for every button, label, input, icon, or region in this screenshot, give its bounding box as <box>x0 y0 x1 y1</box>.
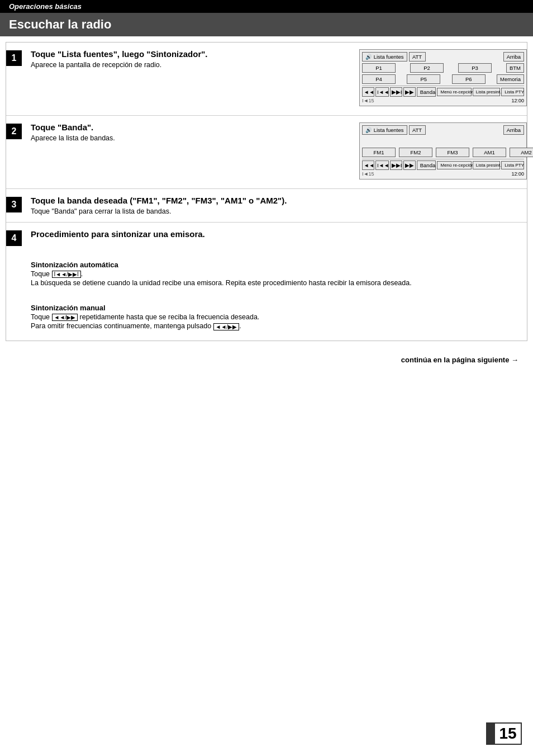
page-wrapper: Operaciones básicas Escuchar la radio 1 … <box>0 0 533 756</box>
page-number-display: 15 <box>494 722 522 745</box>
step-2-badge: 2 <box>6 124 22 139</box>
step-4-badge: 4 <box>6 230 22 246</box>
p3-btn[interactable]: P3 <box>458 63 492 73</box>
menu-recep-btn-2[interactable]: Menú re-cepción <box>437 161 471 169</box>
screen2-spacer <box>362 136 524 148</box>
screen1-row3: P4 P5 P6 Memoria <box>362 74 524 84</box>
step-1-left: Toque "Lista fuentes", luego "Sintonizad… <box>31 49 350 69</box>
manual-tune-line1: Toque ◄◄/▶▶ repetidamente hasta que se r… <box>31 313 259 321</box>
screen2-bottom-row: ◄◄ I◄◄ ▶▶I ▶▶ Banda Menú re-cepción List… <box>362 159 524 170</box>
rr-btn-1[interactable]: ◄◄ <box>362 87 374 97</box>
manual-tune-section: Sintonización manual Toque ◄◄/▶▶ repetid… <box>6 304 259 331</box>
step-2-desc: Aparece la lista de bandas. <box>31 134 350 142</box>
screen1-bottom-row: ◄◄ I◄◄ ▶▶I ▶▶ Banda Menú re-cepción List… <box>362 86 524 97</box>
operaciones-label: Operaciones básicas <box>9 2 82 11</box>
screen2-bands-row: FM1 FM2 FM3 AM1 AM2 <box>362 148 524 157</box>
screen2-row1: 🔊 Lista fuentes ATT Arriba <box>362 125 524 135</box>
am1-btn[interactable]: AM1 <box>473 148 506 157</box>
step-3-badge: 3 <box>6 197 22 212</box>
escuchar-label: Escuchar la radio <box>9 17 111 31</box>
step-2-screen: 🔊 Lista fuentes ATT Arriba FM1 FM2 FM3 A… <box>359 122 527 182</box>
ff-btn-2[interactable]: ▶▶ <box>403 160 416 170</box>
step-2-title: Toque "Banda". <box>31 122 350 132</box>
step-1-screen: 🔊 Lista fuentes ATT Arriba P1 P2 P3 BTM <box>359 49 527 108</box>
step-4-header-row: 4 Procedimiento para sintonizar una emis… <box>6 229 205 246</box>
page-number-value: 15 <box>499 725 516 743</box>
att-btn-1[interactable]: ATT <box>409 52 426 62</box>
ff-btn-1[interactable]: ▶▶ <box>403 87 416 97</box>
manual-tune-btn-icon1: ◄◄/▶▶ <box>52 314 78 321</box>
page-number-area: 15 <box>486 722 522 745</box>
step-3-title: Toque la banda deseada ("FM1", "FM2", "F… <box>31 196 527 205</box>
step-3-desc: Toque "Banda" para cerrar la lista de ba… <box>31 207 527 215</box>
main-content-border: 1 Toque "Lista fuentes", luego "Sintoniz… <box>6 42 527 341</box>
header-operaciones: Operaciones básicas <box>0 0 533 13</box>
p6-btn[interactable]: P6 <box>452 74 486 84</box>
rr-btn-2[interactable]: ◄◄ <box>362 160 374 170</box>
lista-pty-btn-2[interactable]: Lista PTY <box>501 161 524 169</box>
arriba-btn-1[interactable]: Arriba <box>503 52 524 62</box>
lista-pty-btn-1[interactable]: Lista PTY <box>501 88 524 96</box>
auto-tune-section: Sintonización automática Toque I◄◄/▶▶I. … <box>6 261 412 288</box>
banda-btn-1[interactable]: Banda <box>417 87 436 97</box>
irr-btn-1[interactable]: I◄◄ <box>375 87 389 97</box>
lista-presint-btn-1[interactable]: Lista presint. <box>473 88 501 96</box>
step-4-section: 4 Procedimiento para sintonizar una emis… <box>6 223 527 341</box>
p4-btn[interactable]: P4 <box>362 74 396 84</box>
lista-fuentes-btn-2[interactable]: 🔊 Lista fuentes <box>362 125 407 135</box>
screen1-row2: P1 P2 P3 BTM <box>362 63 524 73</box>
p2-btn[interactable]: P2 <box>410 63 444 73</box>
continue-label: continúa en la página siguiente → <box>401 356 518 364</box>
arriba-btn-2[interactable]: Arriba <box>503 125 524 135</box>
time-1: 12:00 <box>511 98 524 103</box>
ffi-btn-1[interactable]: ▶▶I <box>390 87 402 97</box>
step-3-section: 3 Toque la banda deseada ("FM1", "FM2", … <box>6 189 527 223</box>
step-1-badge: 1 <box>6 50 22 66</box>
btm-btn[interactable]: BTM <box>506 63 524 73</box>
screen1-row1: 🔊 Lista fuentes ATT Arriba <box>362 52 524 62</box>
am2-btn[interactable]: AM2 <box>510 148 533 157</box>
auto-tune-btn-icon: I◄◄/▶▶I <box>52 271 81 278</box>
step-2-section: 2 Toque "Banda". Aparece la lista de ban… <box>6 116 527 189</box>
fm2-btn[interactable]: FM2 <box>399 148 432 157</box>
auto-tune-line2: La búsqueda se detiene cuando la unidad … <box>31 279 412 287</box>
indicator-2: I◄15 <box>362 171 374 177</box>
step-1-section: 1 Toque "Lista fuentes", luego "Sintoniz… <box>6 42 527 116</box>
step-4-title: Procedimiento para sintonizar una emisor… <box>31 229 205 239</box>
lista-fuentes-btn-1[interactable]: 🔊 Lista fuentes <box>362 52 407 62</box>
manual-tune-line2: Para omitir frecuencias continuamente, m… <box>31 322 259 330</box>
menu-recep-btn-1[interactable]: Menú re-cepción <box>437 88 471 96</box>
continue-text: continúa en la página siguiente → <box>6 347 527 364</box>
irr-btn-2[interactable]: I◄◄ <box>375 160 389 170</box>
ffi-btn-2[interactable]: ▶▶I <box>390 160 402 170</box>
memoria-btn[interactable]: Memoria <box>497 74 524 84</box>
att-btn-2[interactable]: ATT <box>409 125 426 135</box>
lista-presint-btn-2[interactable]: Lista presint. <box>473 161 501 169</box>
screen1-status: I◄15 12:00 <box>362 97 524 103</box>
indicator-1: I◄15 <box>362 98 374 103</box>
screen2-status: I◄15 12:00 <box>362 170 524 177</box>
ui-screen-2: 🔊 Lista fuentes ATT Arriba FM1 FM2 FM3 A… <box>359 122 527 179</box>
p1-btn[interactable]: P1 <box>362 63 396 73</box>
banda-btn-2[interactable]: Banda <box>417 160 436 170</box>
manual-tune-btn-icon2: ◄◄/▶▶ <box>213 323 240 330</box>
page-number-black-bar <box>486 722 494 745</box>
time-2: 12:00 <box>511 171 524 177</box>
auto-tune-line1: Toque I◄◄/▶▶I. <box>31 270 412 278</box>
p5-btn[interactable]: P5 <box>407 74 440 84</box>
header-escuchar: Escuchar la radio <box>0 13 533 36</box>
fm3-btn[interactable]: FM3 <box>436 148 469 157</box>
manual-tune-title: Sintonización manual <box>31 304 259 312</box>
step-1-desc: Aparece la pantalla de recepción de radi… <box>31 61 350 69</box>
step-3-left: Toque la banda deseada ("FM1", "FM2", "F… <box>31 196 527 215</box>
step-2-left: Toque "Banda". Aparece la lista de banda… <box>31 122 350 142</box>
auto-tune-title: Sintonización automática <box>31 261 412 269</box>
step-1-title: Toque "Lista fuentes", luego "Sintonizad… <box>31 49 350 59</box>
ui-screen-1: 🔊 Lista fuentes ATT Arriba P1 P2 P3 BTM <box>359 49 527 106</box>
fm1-btn[interactable]: FM1 <box>362 148 396 157</box>
